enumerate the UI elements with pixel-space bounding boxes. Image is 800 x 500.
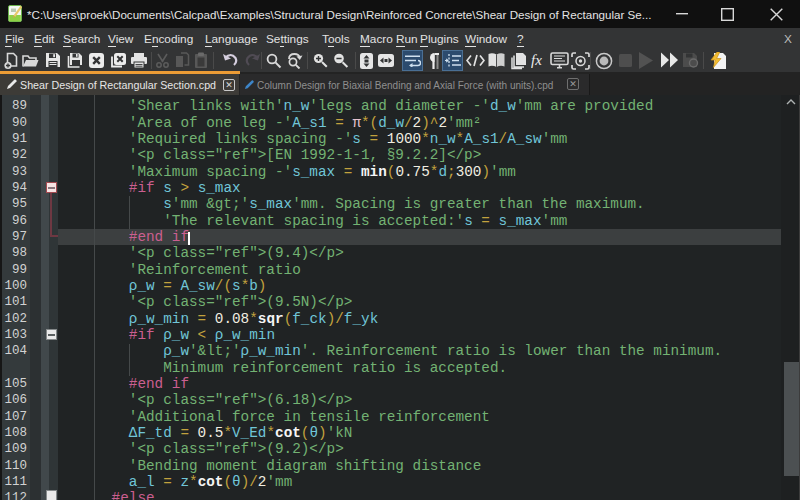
svg-text:fx: fx bbox=[531, 53, 542, 68]
